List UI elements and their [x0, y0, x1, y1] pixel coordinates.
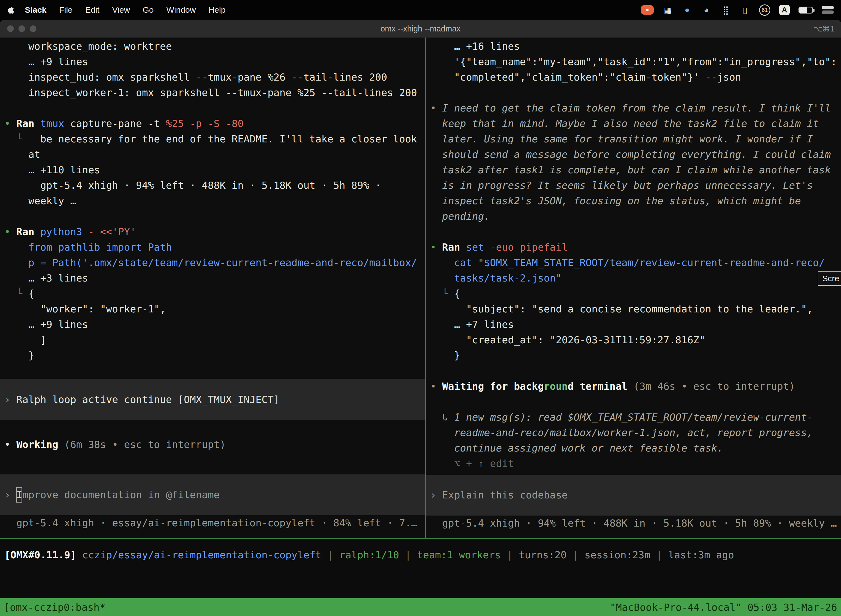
app-menu-title[interactable]: Slack — [25, 5, 46, 15]
menu-items: FileEditViewGoWindowHelp — [59, 5, 226, 15]
terminal-line — [426, 224, 841, 239]
queued-message-band[interactable]: › Ralph loop active continue [OMX_TMUX_I… — [0, 378, 425, 420]
terminal-line: task2 after task1 is complete, but can I… — [426, 162, 841, 178]
terminal-line: • I need to get the claim token from the… — [426, 100, 841, 116]
terminal-line — [426, 85, 841, 100]
traffic-lights — [7, 20, 37, 38]
control-center-icon[interactable] — [822, 6, 834, 14]
droplet-icon[interactable]: ● — [682, 4, 692, 15]
terminal-line: is in progress? It seems likely but perh… — [426, 178, 841, 193]
terminal-line: keep that in mind. Maybe I also need the… — [426, 116, 841, 131]
terminal-line: inspect_hud: omx sparkshell --tmux-pane … — [0, 70, 425, 85]
menu-window[interactable]: Window — [166, 5, 196, 15]
terminal-line: tasks/task-2.json" — [426, 270, 841, 286]
window-title-bar[interactable]: omx --xhigh --madmax ⌥⌘1 — [0, 20, 841, 38]
terminal-line: … +9 lines — [0, 317, 425, 332]
terminal-line: • Ran python3 - <<'PY' — [0, 224, 425, 239]
terminal-line: • Waiting for background terminal (3m 46… — [426, 378, 841, 394]
terminal-line: "worker": "worker-1", — [0, 301, 425, 317]
terminal-line: should send a message before completing … — [426, 147, 841, 162]
terminal-line — [0, 363, 425, 378]
terminal-line: └ { — [426, 286, 841, 301]
terminal-line: gpt-5.4 xhigh · 94% left · 488K in · 5.1… — [0, 178, 425, 193]
menu-bar: Slack FileEditViewGoWindowHelp ■▦●◕⣿▯61A — [0, 0, 841, 20]
terminal-line: gpt-5.4 xhigh · essay/ai-reimplementatio… — [0, 515, 425, 531]
terminal-line — [0, 100, 425, 116]
terminal-line: } — [0, 348, 425, 363]
terminal-line: › Ralph loop active continue [OMX_TMUX_I… — [0, 392, 425, 407]
bottom-section: [OMX#0.11.9] cczip/essay/ai-reimplementa… — [0, 539, 841, 616]
terminal-line: weekly … — [0, 193, 425, 209]
menu-go[interactable]: Go — [143, 5, 154, 15]
terminal-line: • Ran set -euo pipefail — [426, 239, 841, 255]
terminal-line — [426, 394, 841, 409]
input-source-icon[interactable]: A — [779, 5, 790, 15]
terminal-line: "subject": "send a concise recommendatio… — [426, 301, 841, 317]
menu-file[interactable]: File — [59, 5, 72, 15]
left-pane: workspace_mode: worktree… +9 linesinspec… — [0, 39, 425, 538]
terminal-line: "completed","claim_token":"claim-token"}… — [426, 70, 841, 85]
terminal-line: … +110 lines — [0, 162, 425, 178]
window-title: omx --xhigh --madmax — [381, 24, 460, 34]
terminal-line: gpt-5.4 xhigh · 94% left · 488K in · 5.1… — [426, 516, 841, 531]
dots-grid-icon[interactable]: ⣿ — [721, 4, 731, 15]
terminal-line: p = Path('.omx/state/team/review-current… — [0, 255, 425, 270]
menu-edit[interactable]: Edit — [85, 5, 100, 15]
terminal-line: › Explain this codebase — [426, 487, 841, 503]
terminal-line: › Improve documentation in @filename — [0, 487, 425, 503]
terminal-line: from pathlib import Path — [0, 239, 425, 255]
minimize-button[interactable] — [19, 25, 25, 32]
menu-view[interactable]: View — [112, 5, 130, 15]
terminal-line: ] — [0, 332, 425, 348]
terminal-line: later. Using the same for transition mig… — [426, 131, 841, 147]
terminal-line: … +7 lines — [426, 317, 841, 332]
terminal-line: at — [0, 147, 425, 162]
menu-help[interactable]: Help — [209, 5, 226, 15]
grid-icon[interactable]: ▦ — [662, 4, 673, 15]
terminal-line: readme-and-reco/mailbox/worker-1.json, a… — [426, 425, 841, 440]
prompt-suggestion[interactable]: › Explain this codebase — [426, 475, 841, 516]
terminal-line: workspace_mode: worktree — [0, 39, 425, 54]
circle-app-icon[interactable]: ◕ — [701, 4, 712, 15]
terminal-line: '{"team_name":"my-team","task_id":"1","f… — [426, 54, 841, 70]
tmux-session-window[interactable]: [omx-cczip0:bash* — [4, 602, 105, 613]
spacer — [426, 471, 841, 475]
terminal-line: inspect task2's JSON, focusing on the st… — [426, 193, 841, 209]
terminal-line: inspect_worker-1: omx sparkshell --tmux-… — [0, 85, 425, 100]
screen-tooltip: Scre — [818, 271, 841, 286]
tmux-status-bar: [omx-cczip0:bash* "MacBook-Pro-44.local"… — [0, 598, 841, 616]
right-pane: … +16 lines'{"team_name":"my-team","task… — [426, 39, 841, 538]
terminal-line: "created_at": "2026-03-31T11:59:27.816Z" — [426, 332, 841, 348]
close-button[interactable] — [7, 25, 14, 32]
menu-status-icons: ■▦●◕⣿▯61A — [641, 4, 834, 16]
terminal-line: └ { — [0, 286, 425, 301]
display-icon[interactable]: ▯ — [740, 4, 750, 15]
composer-input[interactable]: › Improve documentation in @filename — [0, 474, 425, 515]
terminal-line: pending. — [426, 209, 841, 224]
terminal-window: omx --xhigh --madmax ⌥⌘1 workspace_mode:… — [0, 20, 841, 616]
terminal-line: … +3 lines — [0, 270, 425, 286]
window-shortcut-hint: ⌥⌘1 — [813, 24, 835, 34]
tmux-host-clock: "MacBook-Pro-44.local" 05:03 31-Mar-26 — [610, 602, 837, 613]
battery-percent-badge[interactable]: 61 — [759, 4, 771, 16]
terminal-line — [0, 209, 425, 224]
terminal-line: cat "$OMX_TEAM_STATE_ROOT/team/review-cu… — [426, 255, 841, 270]
terminal-line: } — [426, 348, 841, 363]
spacer — [0, 452, 425, 474]
terminal-line: └ be necessary for the end of the README… — [0, 131, 425, 147]
terminal-line: ⌥ + ↑ edit — [426, 456, 841, 471]
zoom-button[interactable] — [30, 25, 37, 32]
terminal-line: • Working (6m 38s • esc to interrupt) — [0, 437, 425, 452]
terminal-line — [426, 363, 841, 378]
terminal-line: … +16 lines — [426, 39, 841, 54]
terminal-line: • Ran tmux capture-pane -t %25 -p -S -80 — [0, 116, 425, 131]
apple-menu-icon[interactable] — [7, 6, 14, 14]
screen-recording-stop-icon[interactable]: ■ — [641, 5, 653, 15]
terminal-line: … +9 lines — [0, 54, 425, 70]
terminal-content: workspace_mode: worktree… +9 linesinspec… — [0, 38, 841, 538]
terminal-line: continue assigned work or next feasible … — [426, 440, 841, 456]
spacer — [0, 420, 425, 437]
terminal-line: ↳ 1 new msg(s): read $OMX_TEAM_STATE_ROO… — [426, 409, 841, 425]
omx-status-line: [OMX#0.11.9] cczip/essay/ai-reimplementa… — [0, 539, 841, 563]
battery-icon[interactable] — [799, 7, 813, 13]
